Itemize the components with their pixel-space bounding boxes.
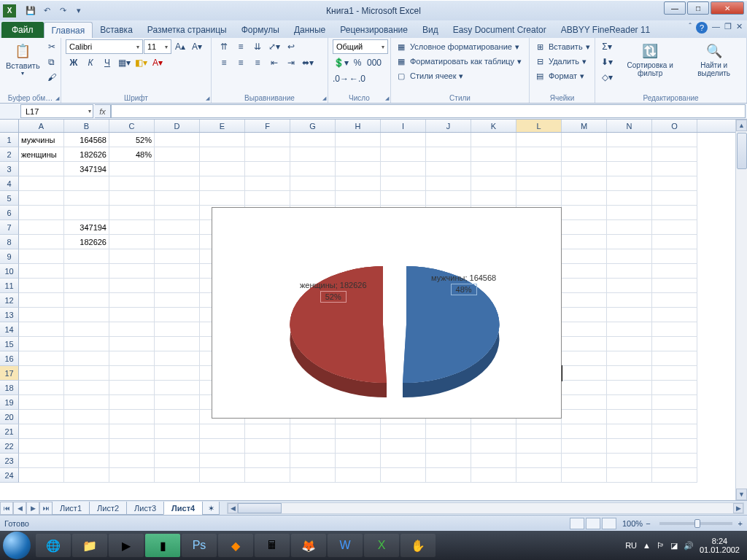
sheet-tab-4[interactable]: Лист4 (163, 502, 203, 515)
cell-G24[interactable] (290, 468, 336, 483)
cell-J2[interactable] (426, 147, 471, 162)
cell-H1[interactable] (336, 133, 381, 147)
cell-A5[interactable] (19, 191, 64, 206)
format-as-table[interactable]: ▦Форматировать как таблицу ▾ (395, 54, 522, 69)
cell-F21[interactable] (245, 424, 290, 439)
redo-button[interactable]: ↷ (55, 4, 70, 18)
cell-I3[interactable] (381, 162, 426, 176)
cell-C2[interactable]: 48% (109, 147, 155, 162)
cell-E21[interactable] (200, 424, 245, 439)
cell-O20[interactable] (652, 410, 697, 424)
fx-button[interactable]: fx (95, 104, 111, 118)
cell-N11[interactable] (607, 279, 652, 293)
cell-D20[interactable] (155, 410, 200, 424)
taskbar-app2[interactable]: ◆ (218, 534, 253, 557)
cell-J4[interactable] (426, 176, 471, 191)
cell-M7[interactable] (562, 220, 607, 235)
cell-G2[interactable] (290, 147, 336, 162)
format-painter-button[interactable]: 🖌 (44, 70, 59, 85)
cell-A15[interactable] (19, 337, 64, 351)
row-header-14[interactable]: 14 (0, 322, 19, 337)
col-header-G[interactable]: G (290, 120, 336, 132)
merge-center[interactable]: ⬌▾ (300, 55, 316, 70)
cell-O5[interactable] (652, 191, 697, 206)
row-header-16[interactable]: 16 (0, 351, 19, 366)
row-header-11[interactable]: 11 (0, 279, 19, 293)
row-header-12[interactable]: 12 (0, 293, 19, 308)
cell-B4[interactable] (64, 176, 109, 191)
decrease-decimal[interactable]: ←.0 (349, 71, 365, 86)
cell-O10[interactable] (652, 264, 697, 279)
cell-D3[interactable] (155, 162, 200, 176)
cell-D13[interactable] (155, 308, 200, 322)
comma-format[interactable]: 000 (366, 55, 382, 70)
cell-M24[interactable] (562, 468, 607, 483)
cell-B7[interactable]: 347194 (64, 220, 109, 235)
cell-O14[interactable] (652, 322, 697, 337)
fill-color-button[interactable]: ◧▾ (133, 55, 149, 70)
cell-D22[interactable] (155, 439, 200, 454)
cell-O15[interactable] (652, 337, 697, 351)
tray-icon[interactable]: ▲ (643, 541, 651, 550)
row-header-5[interactable]: 5 (0, 191, 19, 206)
cell-M23[interactable] (562, 454, 607, 468)
cell-K2[interactable] (471, 147, 516, 162)
align-middle[interactable]: ≡ (233, 39, 249, 54)
cell-C14[interactable] (109, 322, 155, 337)
cell-H4[interactable] (336, 176, 381, 191)
cell-D19[interactable] (155, 395, 200, 410)
cell-N14[interactable] (607, 322, 652, 337)
cell-N3[interactable] (607, 162, 652, 176)
col-header-L[interactable]: L (516, 120, 562, 132)
row-header-3[interactable]: 3 (0, 162, 19, 176)
cell-O19[interactable] (652, 395, 697, 410)
scroll-right-arrow[interactable]: ▶ (733, 503, 743, 513)
col-header-F[interactable]: F (245, 120, 290, 132)
sheet-nav-first[interactable]: ⏮ (0, 502, 13, 515)
format-cells[interactable]: ▤Формат ▾ (534, 69, 584, 83)
sort-filter-button[interactable]: 🔃 Сортировка и фильтр (617, 39, 683, 79)
cell-L5[interactable] (516, 191, 562, 206)
select-all-corner[interactable] (0, 120, 19, 133)
orientation[interactable]: ⤢▾ (266, 39, 282, 54)
sheet-nav-prev[interactable]: ◀ (13, 502, 26, 515)
cell-F22[interactable] (245, 439, 290, 454)
undo-button[interactable]: ↶ (39, 4, 54, 18)
cell-D14[interactable] (155, 322, 200, 337)
cell-D21[interactable] (155, 424, 200, 439)
cell-D18[interactable] (155, 381, 200, 395)
cell-B20[interactable] (64, 410, 109, 424)
cell-C17[interactable] (109, 366, 155, 381)
name-box[interactable]: L17▾ (20, 104, 93, 118)
cell-D9[interactable] (155, 249, 200, 264)
tab-view[interactable]: Вид (415, 22, 446, 38)
cell-B23[interactable] (64, 454, 109, 468)
insert-cells[interactable]: ⊞Вставить ▾ (534, 39, 590, 54)
cell-I23[interactable] (381, 454, 426, 468)
cell-A4[interactable] (19, 176, 64, 191)
cell-M4[interactable] (562, 176, 607, 191)
taskbar-app3[interactable]: ✋ (400, 534, 436, 557)
cell-J5[interactable] (426, 191, 471, 206)
cell-G4[interactable] (290, 176, 336, 191)
col-header-M[interactable]: M (562, 120, 607, 132)
col-header-D[interactable]: D (155, 120, 200, 132)
cell-C6[interactable] (109, 206, 155, 220)
cell-D4[interactable] (155, 176, 200, 191)
cell-L24[interactable] (516, 468, 562, 483)
cell-N19[interactable] (607, 395, 652, 410)
cell-O16[interactable] (652, 351, 697, 366)
paste-button[interactable]: 📋 Вставить ▾ (4, 39, 42, 78)
cell-N12[interactable] (607, 293, 652, 308)
cell-B2[interactable]: 182626 (64, 147, 109, 162)
worksheet-grid[interactable]: ABCDEFGHIJKLMNO 1мужчины16456852%2женщин… (0, 120, 747, 500)
cell-A13[interactable] (19, 308, 64, 322)
cell-C13[interactable] (109, 308, 155, 322)
cell-C10[interactable] (109, 264, 155, 279)
cell-K4[interactable] (471, 176, 516, 191)
file-tab[interactable]: Файл (1, 22, 44, 38)
col-header-I[interactable]: I (381, 120, 426, 132)
cell-J3[interactable] (426, 162, 471, 176)
clear-button[interactable]: ◇▾ (600, 70, 614, 85)
cell-L22[interactable] (516, 439, 562, 454)
